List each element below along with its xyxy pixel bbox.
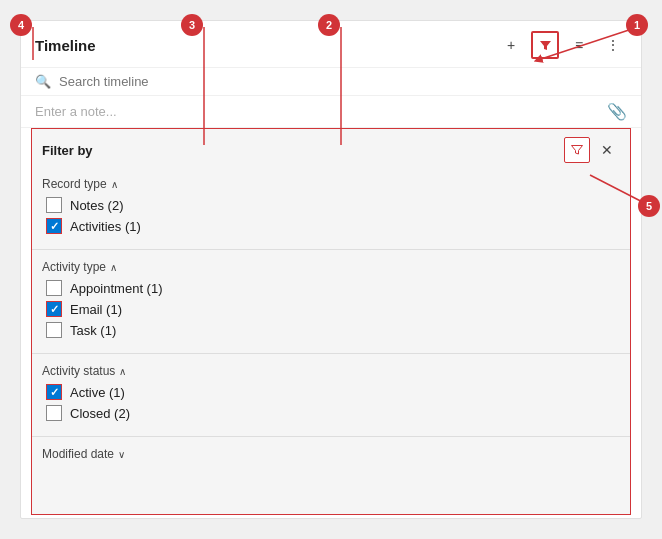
email-checkbox[interactable] (46, 301, 62, 317)
modified-date-caret: ∨ (118, 449, 125, 460)
filter-panel-filter-icon[interactable] (564, 137, 590, 163)
sort-button[interactable]: ≡ (565, 31, 593, 59)
timeline-card: Timeline + ≡ ⋮ 🔍 Enter a note... 📎 (20, 20, 642, 519)
divider-2 (32, 353, 630, 354)
filter-option-email: Email (1) (42, 301, 620, 317)
notes-checkbox[interactable] (46, 197, 62, 213)
filter-option-closed: Closed (2) (42, 405, 620, 421)
closed-checkbox[interactable] (46, 405, 62, 421)
filter-panel-close-button[interactable]: ✕ (594, 137, 620, 163)
filter-panel-icons: ✕ (564, 137, 620, 163)
note-input-row: Enter a note... 📎 (21, 96, 641, 128)
divider-3 (32, 436, 630, 437)
section-activity-status: Activity status ∧ Active (1) Closed (2) (32, 358, 630, 432)
notes-label[interactable]: Notes (2) (70, 198, 123, 213)
callout-1: 1 (626, 14, 648, 36)
appointment-label[interactable]: Appointment (1) (70, 281, 163, 296)
active-label[interactable]: Active (1) (70, 385, 125, 400)
section-record-type: Record type ∧ Notes (2) Activities (1) (32, 171, 630, 245)
filter-option-task: Task (1) (42, 322, 620, 338)
search-bar: 🔍 (21, 68, 641, 96)
callout-2: 2 (318, 14, 340, 36)
email-label[interactable]: Email (1) (70, 302, 122, 317)
task-checkbox[interactable] (46, 322, 62, 338)
attach-icon: 📎 (607, 102, 627, 121)
note-placeholder[interactable]: Enter a note... (35, 104, 607, 119)
task-label[interactable]: Task (1) (70, 323, 116, 338)
closed-label[interactable]: Closed (2) (70, 406, 130, 421)
header-icons: + ≡ ⋮ (497, 31, 627, 59)
activity-status-label: Activity status (42, 364, 115, 378)
search-input[interactable] (59, 74, 627, 89)
more-button[interactable]: ⋮ (599, 31, 627, 59)
timeline-title: Timeline (35, 37, 497, 54)
active-checkbox[interactable] (46, 384, 62, 400)
activity-type-label: Activity type (42, 260, 106, 274)
modified-date-header[interactable]: Modified date ∨ (42, 447, 620, 461)
activity-status-caret: ∧ (119, 366, 126, 377)
activity-type-header[interactable]: Activity type ∧ (42, 260, 620, 274)
filter-option-active: Active (1) (42, 384, 620, 400)
record-type-caret: ∧ (111, 179, 118, 190)
filter-option-appointment: Appointment (1) (42, 280, 620, 296)
activities-label[interactable]: Activities (1) (70, 219, 141, 234)
filter-icon (539, 39, 552, 52)
filter-panel: Filter by ✕ Record type ∧ (31, 128, 631, 515)
callout-3: 3 (181, 14, 203, 36)
activities-checkbox[interactable] (46, 218, 62, 234)
page-wrapper: 1 2 3 4 5 Timeline + ≡ ⋮ 🔍 En (0, 0, 662, 539)
filter-by-label: Filter by (42, 143, 564, 158)
section-modified-date: Modified date ∨ (32, 441, 630, 473)
activity-type-caret: ∧ (110, 262, 117, 273)
filter-option-activities: Activities (1) (42, 218, 620, 234)
callout-5: 5 (638, 195, 660, 217)
filter-funnel-icon (571, 144, 583, 156)
filter-option-notes: Notes (2) (42, 197, 620, 213)
divider-1 (32, 249, 630, 250)
filter-panel-header: Filter by ✕ (32, 129, 630, 171)
add-button[interactable]: + (497, 31, 525, 59)
activity-status-header[interactable]: Activity status ∧ (42, 364, 620, 378)
appointment-checkbox[interactable] (46, 280, 62, 296)
search-icon: 🔍 (35, 74, 51, 89)
record-type-label: Record type (42, 177, 107, 191)
section-activity-type: Activity type ∧ Appointment (1) Email (1… (32, 254, 630, 349)
modified-date-label: Modified date (42, 447, 114, 461)
callout-4: 4 (10, 14, 32, 36)
filter-button[interactable] (531, 31, 559, 59)
record-type-header[interactable]: Record type ∧ (42, 177, 620, 191)
